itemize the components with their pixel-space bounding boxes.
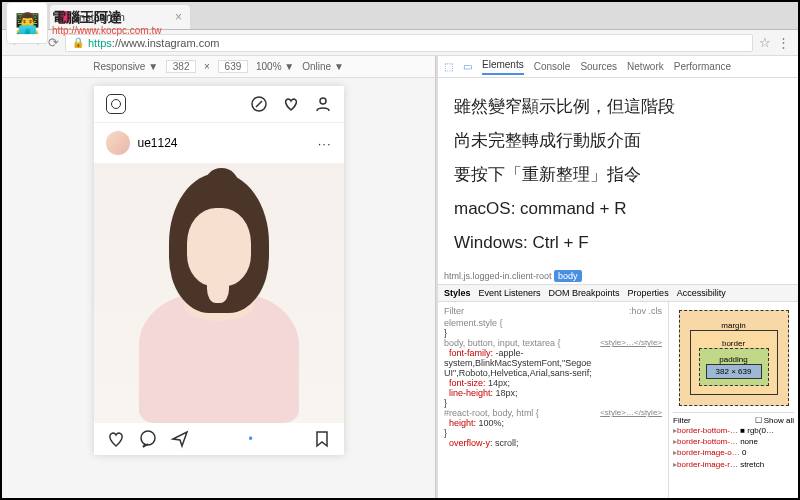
- breadcrumb-selected[interactable]: body: [554, 270, 582, 282]
- annotation-line: Windows: Ctrl + F: [454, 226, 782, 260]
- tab-performance[interactable]: Performance: [674, 61, 731, 72]
- user-avatar[interactable]: [106, 131, 130, 155]
- instagram-logo-icon[interactable]: [106, 94, 126, 114]
- device-toolbar: Responsive ▼ 382 × 639 100% ▼ Online ▼: [2, 56, 435, 78]
- watermark-url: http://www.kocpc.com.tw: [52, 25, 161, 36]
- annotation-line: 尚未完整轉成行動版介面: [454, 124, 782, 158]
- profile-icon[interactable]: [314, 95, 332, 113]
- device-toggle-icon[interactable]: ▭: [463, 61, 472, 72]
- carousel-indicator: •: [202, 432, 300, 446]
- zoom-dropdown[interactable]: 100% ▼: [256, 61, 294, 72]
- url-input[interactable]: 🔒 https://www.instagram.com: [65, 34, 753, 52]
- svg-point-1: [320, 98, 326, 104]
- tab-sources[interactable]: Sources: [580, 61, 617, 72]
- share-icon[interactable]: [170, 429, 190, 449]
- devtools-tabs: ⬚ ▭ Elements Console Sources Network Per…: [438, 56, 798, 78]
- box-model-panel: margin border padding 382 × 639 Filter ☐…: [668, 302, 798, 498]
- annotation-overlay: 雖然變窄顯示比例，但這階段 尚未完整轉成行動版介面 要按下「重新整理」指令 ma…: [448, 84, 788, 266]
- network-dropdown[interactable]: Online ▼: [302, 61, 344, 72]
- watermark: 👨‍💻 電腦王阿達 http://www.kocpc.com.tw: [6, 2, 161, 44]
- inspect-icon[interactable]: ⬚: [444, 61, 453, 72]
- height-input[interactable]: 639: [218, 60, 248, 73]
- width-input[interactable]: 382: [166, 60, 196, 73]
- menu-icon[interactable]: ⋮: [777, 35, 790, 50]
- more-icon[interactable]: ···: [318, 136, 332, 151]
- watermark-title: 電腦王阿達: [52, 10, 161, 25]
- tab-elements[interactable]: Elements: [482, 59, 524, 75]
- computed-filter[interactable]: Filter: [673, 416, 691, 425]
- responsive-dropdown[interactable]: Responsive ▼: [93, 61, 158, 72]
- css-rules-panel[interactable]: Filter:hov .cls element.style { } body, …: [438, 302, 668, 498]
- watermark-avatar: 👨‍💻: [6, 2, 48, 44]
- bookmark-icon[interactable]: [312, 429, 332, 449]
- subtab-styles[interactable]: Styles: [444, 288, 471, 298]
- post-header: ue1124 ···: [94, 123, 344, 163]
- tab-close-icon[interactable]: ×: [175, 10, 182, 24]
- annotation-line: 雖然變窄顯示比例，但這階段: [454, 90, 782, 124]
- tab-network[interactable]: Network: [627, 61, 664, 72]
- computed-list[interactable]: ▸border-bottom-… ■ rgb(0… ▸border-bottom…: [673, 425, 794, 470]
- annotation-line: macOS: command + R: [454, 192, 782, 226]
- post-photo[interactable]: [94, 163, 344, 423]
- star-icon[interactable]: ☆: [759, 35, 771, 50]
- annotation-line: 要按下「重新整理」指令: [454, 158, 782, 192]
- svg-point-2: [141, 431, 155, 445]
- device-emulation-area: Responsive ▼ 382 × 639 100% ▼ Online ▼: [2, 56, 436, 498]
- devtools-panel: ⬚ ▭ Elements Console Sources Network Per…: [438, 56, 798, 498]
- subtab-acc[interactable]: Accessibility: [677, 288, 726, 298]
- subtab-event[interactable]: Event Listeners: [479, 288, 541, 298]
- box-model-diagram[interactable]: margin border padding 382 × 639: [679, 310, 789, 406]
- heart-icon[interactable]: [282, 95, 300, 113]
- subtab-props[interactable]: Properties: [628, 288, 669, 298]
- post-actions: •: [94, 423, 344, 455]
- element-breadcrumb[interactable]: html.js.logged-in.client-root body: [438, 268, 798, 285]
- instagram-header: [94, 86, 344, 123]
- subtab-dom[interactable]: DOM Breakpoints: [549, 288, 620, 298]
- username-label[interactable]: ue1124: [138, 136, 178, 150]
- explore-icon[interactable]: [250, 95, 268, 113]
- comment-icon[interactable]: [138, 429, 158, 449]
- styles-subtabs: Styles Event Listeners DOM Breakpoints P…: [438, 285, 798, 302]
- tab-console[interactable]: Console: [534, 61, 571, 72]
- emulated-viewport: ue1124 ···: [94, 86, 344, 455]
- like-icon[interactable]: [106, 429, 126, 449]
